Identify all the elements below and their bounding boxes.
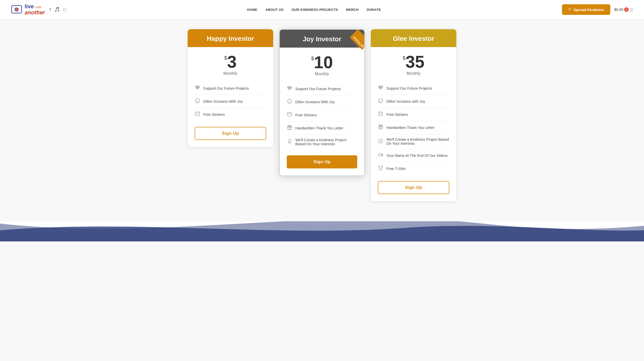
plan-card-glee: Glee Investor $35 Monthly Support Our Fu…: [371, 29, 456, 201]
price-area: $3 Monthly: [195, 53, 266, 76]
price-period: Monthly: [378, 71, 449, 76]
sticker-icon: [195, 111, 200, 118]
cart-button[interactable]: $0.00 0 🛒: [614, 7, 634, 12]
price-currency: $: [403, 55, 406, 61]
plan-title: Joy Investor: [285, 35, 359, 43]
sticker-icon: [287, 112, 292, 118]
feature-text: We'll Create a Kindness Project Based On…: [295, 138, 357, 146]
signup-button-joy[interactable]: Sign Up: [287, 155, 357, 168]
plan-header: Glee Investor: [371, 29, 456, 47]
feature-text: Handwritten Thank You Letter: [386, 126, 434, 130]
feature-list: Support Our Future Projects Dillon Screa…: [378, 82, 449, 175]
feature-item: Handwritten Thank You Letter: [378, 121, 449, 134]
nav-home[interactable]: HOME: [247, 8, 257, 12]
plan-card-joy: POPULAR Joy Investor $10 Monthly Support…: [279, 29, 365, 176]
feature-list: Support Our Future Projects Dillon Screa…: [287, 82, 357, 149]
signup-button-happy[interactable]: Sign Up: [195, 127, 266, 140]
feature-item: Support Our Future Projects: [287, 82, 357, 95]
logo-text: live FOR another: [25, 4, 45, 16]
feature-item: Free Stickers: [195, 108, 266, 121]
feature-item: Support Our Future Projects: [195, 82, 266, 95]
shirt-icon: [378, 165, 383, 172]
feature-text: Support Our Future Projects: [203, 86, 249, 90]
heart-icon: [195, 85, 200, 91]
feature-text: Support Our Future Projects: [295, 87, 341, 91]
price-number: 35: [406, 52, 425, 71]
bulb-icon: [287, 139, 292, 145]
feature-list: Support Our Future Projects Dillon Screa…: [195, 82, 266, 121]
social-icons: f 🎵 □: [50, 7, 66, 12]
check-icon: [378, 138, 383, 145]
header-left: live FOR another f 🎵 □: [10, 3, 66, 16]
nav-about[interactable]: ABOUT US: [265, 8, 284, 12]
gift-icon: [287, 125, 292, 131]
price-number: 10: [314, 53, 333, 72]
plan-body: $35 Monthly Support Our Future Projects …: [371, 47, 456, 201]
feature-item: Handwritten Thank You Letter: [287, 122, 357, 135]
heart-icon: [287, 86, 292, 92]
feature-item: Dillon Screams With Joy: [195, 95, 266, 108]
sticker-icon: [378, 111, 383, 118]
plan-card-happy: Happy Investor $3 Monthly Support Our Fu…: [188, 29, 273, 147]
feature-text: Free Stickers: [203, 113, 225, 117]
feature-text: Free Stickers: [295, 113, 317, 117]
svg-rect-5: [196, 112, 199, 116]
nav-merch[interactable]: MERCH: [346, 8, 359, 12]
feature-item: Free Stickers: [287, 109, 357, 122]
wave-svg: [0, 221, 644, 241]
feature-text: Free Stickers: [386, 113, 408, 117]
main-nav: HOME ABOUT US OUR KINDNESS PROJECTS MERC…: [247, 8, 381, 12]
svg-rect-19: [379, 112, 383, 116]
gift-icon: [378, 124, 383, 131]
video-icon: [378, 152, 383, 159]
smile-icon: [378, 98, 383, 104]
plan-body: $10 Monthly Support Our Future Projects …: [280, 48, 364, 175]
price-area: $35 Monthly: [378, 53, 449, 76]
feature-item: Dillon Screams with Joy: [378, 95, 449, 108]
spread-kindness-button[interactable]: ♡ Spread Kindness: [562, 4, 610, 15]
instagram-icon[interactable]: □: [63, 7, 66, 12]
feature-text: Free T-Shirt: [386, 167, 406, 171]
svg-rect-23: [379, 154, 382, 156]
tiktok-icon[interactable]: 🎵: [54, 7, 60, 12]
plan-body: $3 Monthly Support Our Future Projects D…: [188, 47, 273, 147]
price-currency: $: [224, 55, 227, 61]
price-period: Monthly: [287, 72, 357, 76]
feature-text: Dillon Screams With Joy: [295, 100, 335, 104]
feature-text: We'll Create a Kindness Project Based On…: [386, 137, 449, 146]
svg-point-2: [195, 99, 200, 103]
feature-text: Your Name At The End Of Our Videos: [386, 154, 448, 158]
heart-icon: ♡: [568, 7, 571, 12]
cart-badge: 0: [624, 7, 629, 12]
feature-item: Dillon Screams With Joy: [287, 95, 357, 109]
plan-title: Glee Investor: [376, 35, 451, 43]
feature-item: We'll Create a Kindness Project Based On…: [378, 134, 449, 149]
feature-text: Support Our Future Projects: [386, 86, 432, 90]
svg-point-16: [379, 99, 383, 103]
logo-icon: [10, 3, 23, 16]
feature-item: Free T-Shirt: [378, 162, 449, 175]
nav-projects[interactable]: OUR KINDNESS PROJECTS: [292, 8, 338, 12]
smile-icon: [195, 98, 200, 104]
footer-wave: [0, 221, 644, 241]
logo[interactable]: live FOR another: [10, 3, 45, 16]
feature-item: We'll Create a Kindness Project Based On…: [287, 135, 357, 149]
feature-item: Free Stickers: [378, 108, 449, 121]
heart-icon: [378, 85, 383, 91]
feature-item: Your Name At The End Of Our Videos: [378, 149, 449, 162]
price-currency: $: [311, 56, 314, 61]
facebook-icon[interactable]: f: [50, 7, 51, 12]
feature-text: Handwritten Thank You Letter: [295, 126, 343, 130]
site-header: live FOR another f 🎵 □ HOME ABOUT US OUR…: [0, 0, 644, 19]
pricing-section: Happy Investor $3 Monthly Support Our Fu…: [0, 19, 644, 221]
plan-title: Happy Investor: [193, 35, 268, 43]
price-period: Monthly: [195, 71, 266, 76]
price-number: 3: [227, 52, 237, 71]
pricing-grid: Happy Investor $3 Monthly Support Our Fu…: [158, 29, 486, 201]
signup-button-glee[interactable]: Sign Up: [378, 181, 449, 194]
feature-text: Dillon Screams with Joy: [386, 99, 425, 103]
svg-rect-10: [288, 113, 292, 116]
smile-icon: [287, 99, 292, 105]
feature-item: Support Our Future Projects: [378, 82, 449, 95]
nav-donate[interactable]: DONATE: [367, 8, 381, 12]
